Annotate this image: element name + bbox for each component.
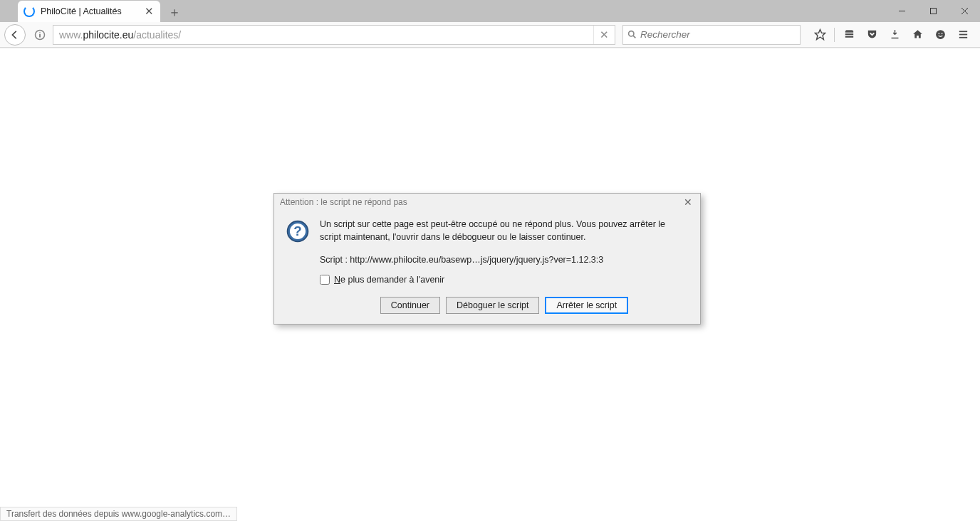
dialog-titlebar: Attention : le script ne répond pas ✕: [274, 194, 700, 211]
svg-point-14: [936, 30, 945, 39]
toolbar-icons: [809, 24, 974, 46]
unresponsive-script-dialog: Attention : le script ne répond pas ✕ ? …: [273, 193, 701, 325]
stop-script-button[interactable]: Arrêter le script: [545, 297, 628, 314]
search-icon: [627, 30, 637, 39]
tab-close-button[interactable]: ✕: [143, 6, 155, 17]
hamburger-menu-icon[interactable]: [952, 24, 974, 46]
dialog-title: Attention : le script ne répond pas: [280, 197, 407, 207]
pocket-icon[interactable]: [861, 24, 882, 46]
dialog-message: Un script sur cette page est peut-être o…: [320, 218, 689, 243]
svg-text:?: ?: [293, 223, 301, 238]
window-controls: [886, 0, 980, 22]
back-button[interactable]: [4, 24, 26, 46]
dialog-close-button[interactable]: ✕: [682, 196, 694, 209]
dialog-script-path: Script : http://www.philocite.eu/basewp……: [320, 253, 689, 266]
page-content: Attention : le script ne répond pas ✕ ? …: [0, 48, 980, 521]
browser-toolbar: www.philocite.eu/actualites/ ✕: [0, 22, 980, 48]
tab-strip: PhiloCité | Actualités ✕ ＋: [0, 0, 980, 22]
status-bar: Transfert des données depuis www.google-…: [0, 507, 237, 521]
search-input[interactable]: [640, 29, 796, 40]
window-maximize-button[interactable]: [917, 0, 949, 22]
home-icon[interactable]: [907, 24, 928, 46]
search-bar[interactable]: [622, 25, 801, 45]
url-bar[interactable]: www.philocite.eu/actualites/ ✕: [53, 25, 615, 45]
svg-line-8: [633, 36, 635, 38]
smiley-icon[interactable]: [929, 24, 951, 46]
bookmark-star-icon[interactable]: [809, 24, 830, 46]
question-icon: ?: [286, 219, 310, 243]
browser-tab[interactable]: PhiloCité | Actualités ✕: [18, 1, 160, 22]
window-minimize-button[interactable]: [886, 0, 917, 22]
svg-point-7: [629, 31, 634, 36]
tab-title: PhiloCité | Actualités: [41, 6, 143, 16]
svg-point-16: [941, 33, 942, 34]
window-close-button[interactable]: [949, 0, 980, 22]
svg-marker-9: [815, 29, 825, 39]
toolbar-separator: [834, 28, 835, 42]
dont-ask-checkbox[interactable]: [320, 275, 330, 285]
svg-rect-13: [891, 38, 898, 38]
continue-button[interactable]: Continuer: [380, 297, 440, 314]
debug-script-button[interactable]: Déboguer le script: [446, 297, 539, 314]
svg-rect-1: [930, 9, 936, 14]
downloads-icon[interactable]: [884, 24, 905, 46]
svg-rect-12: [845, 36, 853, 38]
dont-ask-label[interactable]: Ne plus demander à l'avenir: [334, 273, 444, 286]
svg-rect-11: [845, 33, 853, 35]
loading-spinner-icon: [24, 6, 35, 17]
new-tab-button[interactable]: ＋: [165, 2, 184, 22]
library-icon[interactable]: [838, 24, 860, 46]
url-text[interactable]: www.philocite.eu/actualites/: [53, 29, 593, 41]
svg-point-15: [938, 33, 939, 34]
svg-rect-10: [845, 31, 853, 33]
urlbar-stop-button[interactable]: ✕: [593, 26, 615, 44]
site-identity-icon[interactable]: [31, 26, 48, 43]
